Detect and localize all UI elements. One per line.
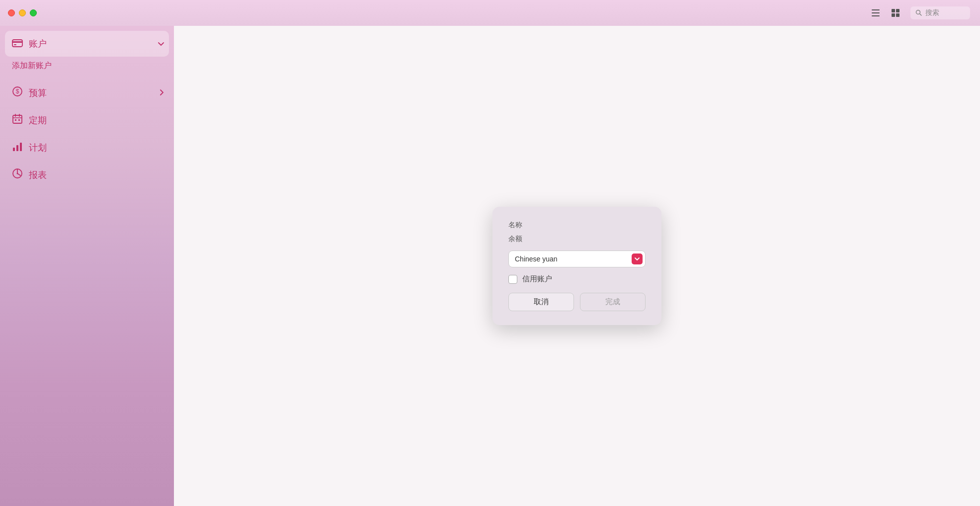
report-icon xyxy=(12,168,23,181)
credit-account-row: 信用账户 xyxy=(508,274,646,284)
budget-chevron-right xyxy=(160,89,164,97)
svg-rect-6 xyxy=(896,13,899,17)
minimize-button[interactable] xyxy=(19,9,26,16)
balance-label: 余额 xyxy=(508,235,646,244)
credit-account-label: 信用账户 xyxy=(522,274,552,284)
svg-rect-14 xyxy=(13,115,22,123)
search-placeholder: 搜索 xyxy=(925,8,939,17)
svg-point-24 xyxy=(17,173,18,174)
traffic-lights xyxy=(8,9,37,16)
budget-icon: $ xyxy=(12,86,23,99)
balance-field: 余额 xyxy=(508,235,646,244)
main-layout: 账户 添加新账户 $ 预算 xyxy=(0,26,980,506)
report-label: 报表 xyxy=(29,169,47,181)
svg-line-8 xyxy=(920,14,922,16)
svg-rect-18 xyxy=(15,119,16,121)
done-button[interactable]: 完成 xyxy=(580,293,646,311)
sidebar-item-plan[interactable]: 计划 xyxy=(0,134,174,161)
cancel-button[interactable]: 取消 xyxy=(508,293,574,311)
svg-text:$: $ xyxy=(16,88,19,95)
add-account-link[interactable]: 添加新账户 xyxy=(0,57,174,79)
accounts-chevron-down xyxy=(158,40,164,48)
maximize-button[interactable] xyxy=(30,9,37,16)
dialog-overlay: 名称 余额 Chinese yuan US dollar Euro Japane… xyxy=(174,26,980,506)
sidebar-item-budget[interactable]: $ 预算 xyxy=(0,79,174,106)
sidebar-item-accounts[interactable]: 账户 xyxy=(5,31,169,57)
periodic-label: 定期 xyxy=(29,114,47,126)
add-account-dialog: 名称 余额 Chinese yuan US dollar Euro Japane… xyxy=(492,207,661,325)
titlebar-actions: 搜索 xyxy=(871,6,970,19)
svg-rect-9 xyxy=(12,40,22,47)
close-button[interactable] xyxy=(8,9,15,16)
svg-rect-22 xyxy=(20,143,22,151)
sidebar-item-periodic[interactable]: 定期 xyxy=(0,106,174,134)
name-label: 名称 xyxy=(508,221,646,230)
svg-rect-2 xyxy=(872,15,880,16)
svg-rect-11 xyxy=(14,44,16,45)
currency-select[interactable]: Chinese yuan US dollar Euro Japanese yen… xyxy=(508,251,646,267)
currency-select-wrapper: Chinese yuan US dollar Euro Japanese yen… xyxy=(508,251,646,267)
accounts-icon xyxy=(12,38,23,50)
svg-rect-1 xyxy=(872,12,880,13)
credit-account-checkbox[interactable] xyxy=(508,275,517,284)
svg-rect-20 xyxy=(13,148,15,151)
accounts-label: 账户 xyxy=(29,38,47,50)
sidebar: 账户 添加新账户 $ 预算 xyxy=(0,26,174,506)
svg-rect-10 xyxy=(12,41,22,43)
svg-rect-19 xyxy=(18,119,20,121)
list-view-icon[interactable] xyxy=(871,8,881,18)
grid-view-icon[interactable] xyxy=(891,8,900,18)
plan-icon xyxy=(12,141,23,154)
svg-rect-5 xyxy=(892,13,895,17)
periodic-icon xyxy=(12,113,23,127)
dialog-buttons: 取消 完成 xyxy=(508,293,646,311)
name-field: 名称 xyxy=(508,221,646,230)
content-area: 名称 余额 Chinese yuan US dollar Euro Japane… xyxy=(174,26,980,506)
budget-label: 预算 xyxy=(29,87,47,99)
svg-rect-21 xyxy=(16,145,18,151)
sidebar-item-report[interactable]: 报表 xyxy=(0,161,174,188)
add-account-label: 添加新账户 xyxy=(12,61,52,70)
search-area[interactable]: 搜索 xyxy=(910,6,970,19)
svg-rect-3 xyxy=(892,9,895,12)
titlebar: 搜索 xyxy=(0,0,980,26)
svg-rect-0 xyxy=(872,9,880,10)
plan-label: 计划 xyxy=(29,142,47,154)
svg-rect-4 xyxy=(896,9,899,12)
